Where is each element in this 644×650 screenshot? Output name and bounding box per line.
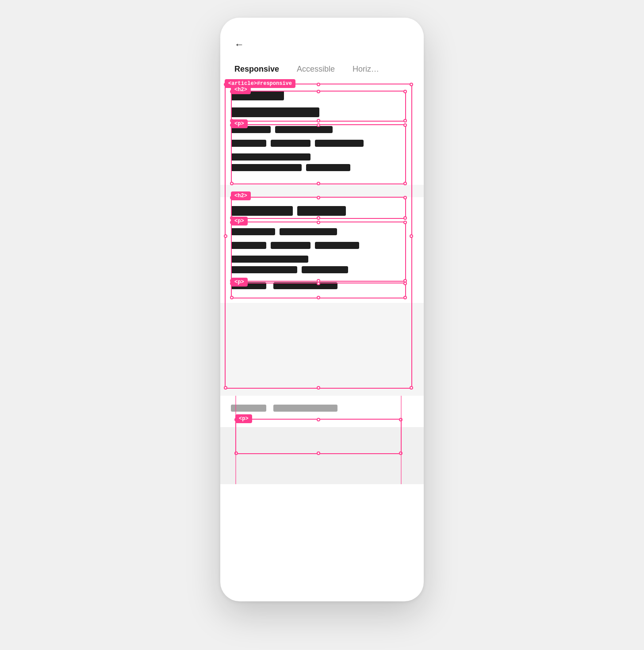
scroll-area[interactable]: <article>#responsive <h2> [220, 77, 424, 396]
back-button[interactable]: ← [234, 39, 244, 50]
phone-shell: ← Responsive Accessible Horiz… [220, 18, 424, 601]
tab-accessible[interactable]: Accessible [297, 61, 335, 77]
tab-responsive[interactable]: Responsive [234, 61, 279, 77]
header-bar: ← Responsive Accessible Horiz… [220, 18, 424, 77]
phone-content: ← Responsive Accessible Horiz… [220, 18, 424, 484]
section-1 [220, 77, 424, 185]
section-2 [220, 197, 424, 303]
p-tag-4: <p> [235, 414, 252, 423]
bottom-ghost: <p> [220, 396, 424, 484]
scroll-content [220, 77, 424, 303]
tab-bar: Responsive Accessible Horiz… [234, 61, 410, 77]
section-gap-1 [220, 185, 424, 197]
tab-horizontal[interactable]: Horiz… [353, 61, 379, 77]
phone-wrapper: ← Responsive Accessible Horiz… [220, 18, 424, 601]
